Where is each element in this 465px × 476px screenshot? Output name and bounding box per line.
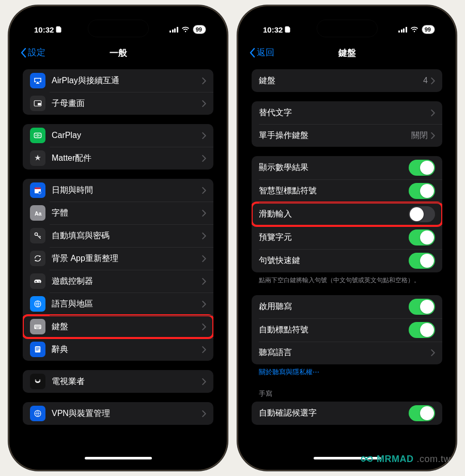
settings-row[interactable]: 自動確認候選字 [252, 402, 442, 425]
gamepad-icon [30, 273, 45, 289]
chevron-right-icon [431, 132, 435, 139]
settings-row[interactable]: 替代文字 [252, 101, 442, 124]
chevron-right-icon [202, 100, 206, 107]
row-label: AirPlay與接續互通 [52, 75, 202, 86]
settings-row[interactable]: 辭典 [23, 338, 213, 361]
row-label: 遊戲控制器 [52, 276, 202, 287]
row-label: 自動填寫與密碼 [52, 231, 202, 241]
row-label: 句號快速鍵 [259, 255, 409, 266]
row-label: 替代文字 [259, 108, 431, 118]
chevron-right-icon [431, 110, 435, 116]
toggle-switch[interactable] [409, 405, 435, 421]
toggle-switch[interactable] [409, 322, 435, 338]
group: AirPlay與接續互通子母畫面 [23, 69, 213, 115]
matter-icon [30, 150, 45, 166]
chevron-right-icon [202, 78, 206, 84]
settings-row[interactable]: 句號快速鍵 [252, 249, 442, 272]
chevron-right-icon [431, 78, 435, 84]
privacy-link[interactable]: 關於聽寫與隱私權⋯ [252, 364, 442, 380]
back-button[interactable]: 設定 [20, 47, 45, 58]
chevron-right-icon [202, 132, 206, 139]
settings-row[interactable]: VPN與裝置管理 [23, 402, 213, 425]
infinity-icon [360, 453, 374, 465]
settings-row[interactable]: 鍵盤4 [252, 69, 442, 92]
home-indicator[interactable] [85, 457, 152, 459]
row-label: 自動標點符號 [259, 325, 409, 335]
chevron-right-icon [202, 187, 206, 194]
chevron-right-icon [202, 155, 206, 162]
group: VPN與裝置管理 [23, 402, 213, 425]
row-label: 聽寫語言 [259, 347, 431, 358]
group: 電視業者 [23, 370, 213, 393]
settings-row[interactable]: Matter配件 [23, 147, 213, 170]
chevron-right-icon [431, 349, 435, 356]
chevron-right-icon [202, 255, 206, 262]
page-title: 一般 [110, 47, 127, 59]
row-label: 背景 App重新整理 [52, 253, 202, 264]
tv-icon [30, 374, 45, 389]
font-icon [30, 205, 45, 221]
toggle-switch[interactable] [409, 206, 435, 222]
settings-row[interactable]: 顯示數學結果 [252, 156, 442, 179]
airplay-icon [30, 73, 45, 88]
toggle-switch[interactable] [409, 253, 435, 269]
settings-row[interactable]: 自動填寫與密碼 [23, 224, 213, 247]
toggle-switch[interactable] [409, 299, 435, 315]
group: 啟用聽寫自動標點符號聽寫語言 [252, 295, 442, 364]
chevron-left-icon [249, 48, 256, 58]
row-label: 子母畫面 [52, 98, 202, 109]
settings-row[interactable]: 字體 [23, 202, 213, 224]
row-label: 顯示數學結果 [259, 162, 409, 173]
keyboard-settings-list[interactable]: 鍵盤4 替代文字單手操作鍵盤關閉 顯示數學結果智慧型標點符號滑動輸入預覽字元句號… [244, 64, 450, 464]
settings-row[interactable]: 語言與地區 [23, 293, 213, 315]
sim-icon [285, 26, 290, 33]
settings-row[interactable]: 鍵盤 [23, 315, 213, 338]
settings-row[interactable]: 背景 App重新整理 [23, 247, 213, 270]
settings-row[interactable]: 智慧型標點符號 [252, 179, 442, 203]
settings-row[interactable]: 聽寫語言 [252, 342, 442, 364]
settings-row[interactable]: 滑動輸入 [252, 203, 442, 226]
group: 顯示數學結果智慧型標點符號滑動輸入預覽字元句號快速鍵 [252, 156, 442, 272]
navigation-bar: 設定 一般 [16, 41, 221, 64]
settings-row[interactable]: 預覽字元 [252, 226, 442, 249]
settings-row[interactable]: 單手操作鍵盤關閉 [252, 124, 442, 147]
row-label: 預覽字元 [259, 232, 409, 243]
row-label: CarPlay [52, 131, 202, 140]
settings-row[interactable]: AirPlay與接續互通 [23, 69, 213, 92]
back-label: 設定 [28, 47, 45, 58]
refresh-icon [30, 251, 45, 266]
settings-row[interactable]: 日期與時間 [23, 179, 213, 202]
wifi-icon [410, 26, 419, 33]
settings-list[interactable]: AirPlay與接續互通子母畫面 CarPlayMatter配件 日期與時間字體… [16, 64, 221, 464]
settings-row[interactable]: 啟用聽寫 [252, 295, 442, 318]
status-time: 10:32 [34, 25, 54, 34]
settings-row[interactable]: 電視業者 [23, 370, 213, 393]
row-label: 啟用聽寫 [259, 301, 409, 312]
chevron-right-icon [202, 233, 206, 239]
group: 鍵盤4 [252, 69, 442, 92]
settings-row[interactable]: 自動標點符號 [252, 318, 442, 342]
cellular-icon [398, 27, 407, 33]
group-header: 手寫 [252, 380, 442, 402]
toggle-switch[interactable] [409, 229, 435, 245]
chevron-right-icon [202, 410, 206, 417]
battery-icon: 99 [422, 25, 435, 34]
chevron-right-icon [202, 301, 206, 308]
settings-row[interactable]: 遊戲控制器 [23, 270, 213, 293]
pip-icon [30, 96, 45, 111]
toggle-switch[interactable] [409, 183, 435, 199]
dynamic-island [317, 20, 378, 37]
phone-right: 10:32 99 返回 鍵盤 鍵盤4 替代文字單手操作鍵盤關閉 [237, 5, 457, 471]
toggle-switch[interactable] [409, 160, 435, 176]
settings-row[interactable]: CarPlay [23, 124, 213, 147]
row-label: 鍵盤 [259, 75, 423, 86]
row-label: Matter配件 [52, 153, 202, 164]
cellular-icon [169, 27, 178, 33]
chevron-right-icon [202, 378, 206, 385]
row-label: 語言與地區 [52, 299, 202, 310]
row-label: 字體 [52, 208, 202, 219]
back-button[interactable]: 返回 [249, 47, 274, 58]
settings-row[interactable]: 子母畫面 [23, 92, 213, 115]
chevron-right-icon [202, 346, 206, 353]
chevron-right-icon [202, 210, 206, 217]
